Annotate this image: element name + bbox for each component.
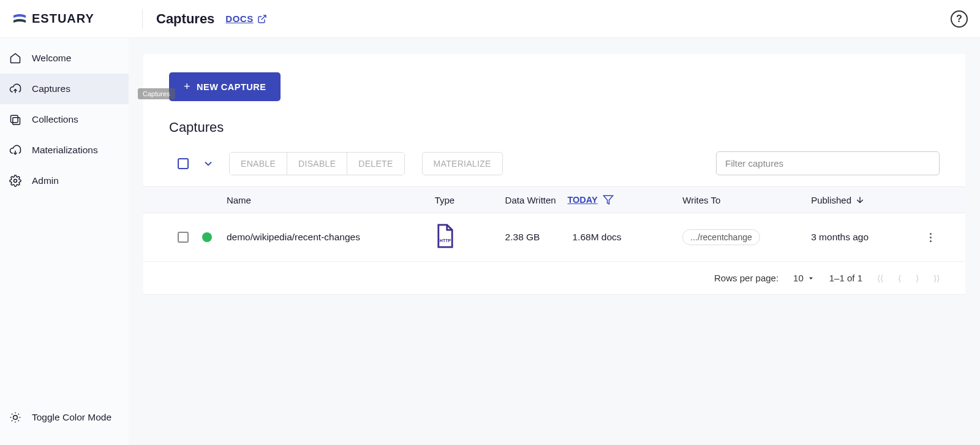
today-filter-link[interactable]: TODAY: [567, 194, 613, 205]
captures-table: Name Type Data Written TODAY Writes To P…: [143, 186, 965, 295]
sidebar-item-materializations[interactable]: Materializations: [0, 135, 129, 165]
rows-per-page-select[interactable]: 10: [793, 273, 815, 283]
today-label: TODAY: [567, 195, 597, 205]
sidebar-item-captures[interactable]: Captures: [0, 74, 129, 104]
filter-input[interactable]: [716, 151, 940, 175]
page-range: 1–1 of 1: [829, 273, 862, 283]
toggle-theme-label: Toggle Color Mode: [32, 412, 111, 423]
page-nav: ⟨⟨ ⟨ ⟩ ⟩⟩: [877, 273, 940, 283]
sidebar-item-label: Collections: [32, 114, 78, 125]
prev-page-button[interactable]: ⟨: [898, 273, 901, 283]
sidebar-item-label: Captures: [32, 83, 70, 94]
row-menu-button[interactable]: [921, 233, 940, 242]
row-checkbox[interactable]: [178, 232, 189, 243]
rows-value: 10: [793, 273, 804, 283]
last-page-button[interactable]: ⟩⟩: [933, 273, 940, 283]
new-capture-button[interactable]: + NEW CAPTURE: [169, 72, 281, 101]
delete-button[interactable]: DELETE: [347, 153, 404, 175]
help-button[interactable]: ?: [951, 10, 968, 28]
gear-icon: [9, 174, 22, 188]
col-data-written[interactable]: Data Written: [505, 195, 573, 205]
svg-marker-13: [603, 196, 612, 204]
http-file-icon: HTTP: [435, 223, 456, 249]
svg-line-8: [18, 420, 19, 421]
svg-point-3: [14, 180, 17, 183]
svg-marker-16: [809, 277, 813, 280]
first-page-button[interactable]: ⟨⟨: [877, 273, 883, 283]
sidebar-item-welcome[interactable]: Welcome: [0, 43, 129, 74]
sidebar: Welcome Captures Captures Collections Ma…: [0, 38, 129, 445]
toolbar: ENABLE DISABLE DELETE MATERIALIZE: [143, 135, 965, 186]
docs-value: 1.68M docs: [572, 232, 682, 243]
sidebar-item-admin[interactable]: Admin: [0, 165, 129, 196]
app-header: ESTUARY Captures DOCS ?: [0, 0, 980, 38]
filter-icon: [603, 194, 614, 205]
database-icon: [9, 113, 22, 126]
capture-name[interactable]: demo/wikipedia/recent-changes: [227, 232, 435, 243]
sidebar-item-collections[interactable]: Collections: [0, 104, 129, 135]
header-divider: [142, 9, 143, 29]
svg-line-11: [12, 420, 12, 421]
toggle-theme-button[interactable]: Toggle Color Mode: [0, 402, 129, 433]
svg-line-0: [261, 15, 265, 20]
published-value: 3 months ago: [811, 232, 921, 243]
col-type[interactable]: Type: [435, 195, 505, 205]
published-label: Published: [811, 195, 851, 205]
docs-label: DOCS: [225, 13, 253, 24]
section-title: Captures: [169, 120, 965, 135]
main-content: + NEW CAPTURE Captures ENABLE DISABLE DE…: [129, 38, 980, 445]
svg-line-12: [18, 414, 19, 414]
status-indicator-icon: [202, 232, 212, 242]
logo-mark-icon: [12, 12, 27, 26]
brand-logo[interactable]: ESTUARY: [12, 12, 129, 26]
disable-button[interactable]: DISABLE: [287, 153, 347, 175]
sidebar-item-label: Materializations: [32, 145, 98, 156]
svg-text:HTTP: HTTP: [440, 238, 451, 243]
brand-name: ESTUARY: [32, 12, 94, 26]
content-card: + NEW CAPTURE Captures ENABLE DISABLE DE…: [143, 54, 965, 295]
col-published[interactable]: Published: [811, 195, 921, 205]
enable-button[interactable]: ENABLE: [230, 153, 287, 175]
new-capture-label: NEW CAPTURE: [197, 82, 266, 92]
bulk-action-group: ENABLE DISABLE DELETE: [229, 152, 405, 175]
plus-icon: +: [184, 80, 190, 93]
pagination: Rows per page: 10 1–1 of 1 ⟨⟨ ⟨ ⟩ ⟩⟩: [143, 262, 965, 295]
col-writes-to[interactable]: Writes To: [682, 195, 811, 205]
writes-to-badge[interactable]: .../recentchange: [682, 229, 760, 245]
sidebar-tooltip: Captures: [138, 88, 175, 99]
col-name[interactable]: Name: [227, 195, 435, 205]
data-written-value: 2.38 GB: [505, 232, 573, 243]
sun-icon: [9, 411, 22, 424]
arrow-down-icon: [855, 195, 865, 205]
sidebar-item-label: Welcome: [32, 53, 71, 64]
page-title: Captures: [156, 11, 214, 27]
svg-point-4: [13, 416, 18, 420]
materialize-button[interactable]: MATERIALIZE: [422, 152, 503, 175]
next-page-button[interactable]: ⟩: [916, 273, 919, 283]
table-row: demo/wikipedia/recent-changes HTTP 2.38 …: [143, 213, 965, 262]
table-header: Name Type Data Written TODAY Writes To P…: [143, 186, 965, 213]
sidebar-item-label: Admin: [32, 175, 59, 186]
download-cloud-icon: [9, 143, 22, 157]
select-all-checkbox[interactable]: [178, 158, 189, 169]
svg-rect-2: [13, 118, 20, 125]
caret-down-icon: [807, 275, 815, 282]
svg-rect-1: [11, 115, 18, 123]
home-icon: [9, 51, 22, 65]
svg-line-7: [12, 414, 12, 414]
docs-link[interactable]: DOCS: [225, 13, 266, 24]
chevron-down-icon[interactable]: [202, 158, 214, 170]
upload-cloud-icon: [9, 82, 22, 96]
external-link-icon: [257, 14, 267, 24]
rows-per-page-label: Rows per page:: [714, 273, 778, 283]
